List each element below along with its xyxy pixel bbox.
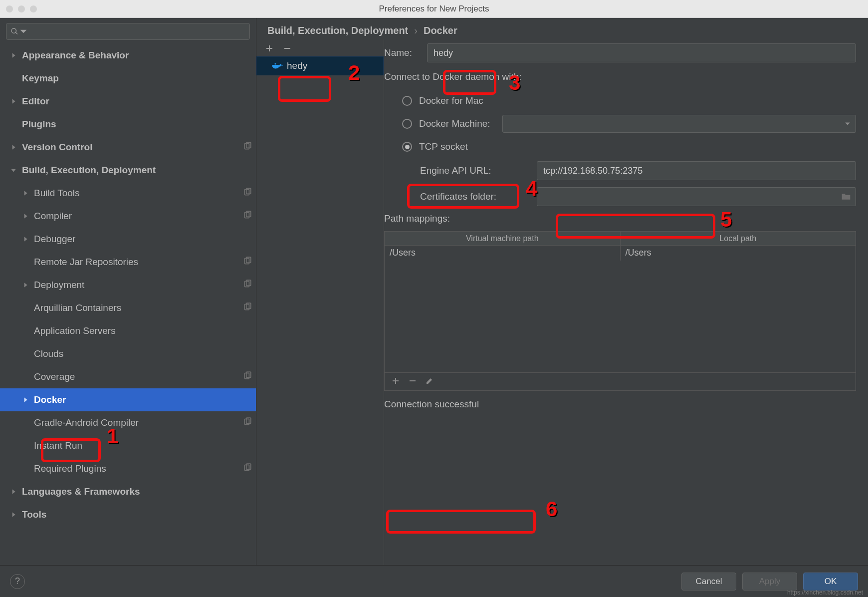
- sidebar-item-tools[interactable]: Tools: [0, 503, 256, 526]
- sidebar-item-appearance-behavior[interactable]: Appearance & Behavior: [0, 44, 256, 67]
- sidebar-item-clouds[interactable]: Clouds: [0, 342, 256, 365]
- name-input[interactable]: hedy: [427, 43, 856, 62]
- sidebar-item-label: Application Servers: [34, 325, 252, 336]
- chevron-right-icon: [10, 52, 17, 59]
- zoom-window-icon[interactable]: [30, 5, 37, 12]
- scope-icon: [243, 188, 252, 199]
- engine-url-label: Engine API URL:: [420, 165, 525, 176]
- watermark: https://xinchen.blog.csdn.net: [787, 589, 863, 596]
- sidebar-item-label: Build Tools: [34, 188, 243, 199]
- chevron-right-icon: [10, 144, 17, 151]
- sidebar-item-label: Instant Run: [34, 440, 252, 451]
- cert-folder-label: Certificates folder:: [420, 191, 525, 202]
- edit-mapping-button[interactable]: [426, 376, 434, 387]
- connection-status: Connection successful: [384, 399, 856, 410]
- radio-docker-machine[interactable]: Docker Machine:: [402, 112, 856, 135]
- sidebar-item-deployment[interactable]: Deployment: [0, 274, 256, 297]
- chevron-right-icon: [10, 98, 17, 105]
- chevron-right-icon: [22, 396, 29, 403]
- radio-icon: [402, 142, 412, 152]
- scope-icon: [243, 211, 252, 222]
- docker-configs-list: hedy: [256, 39, 384, 565]
- scope-icon: [243, 280, 252, 291]
- sidebar-item-label: Plugins: [22, 119, 252, 130]
- chevron-down-icon: [10, 167, 17, 174]
- radio-tcp-socket[interactable]: TCP socket: [402, 135, 856, 158]
- help-button[interactable]: ?: [10, 574, 25, 589]
- sidebar-item-label: Debugger: [34, 234, 252, 245]
- preferences-sidebar: Appearance & BehaviorKeymapEditorPlugins…: [0, 18, 256, 565]
- sidebar-item-version-control[interactable]: Version Control: [0, 136, 256, 159]
- sidebar-item-label: Arquillian Containers: [34, 302, 243, 313]
- sidebar-item-docker[interactable]: Docker: [0, 388, 256, 411]
- traffic-lights: [6, 5, 37, 12]
- engine-url-input[interactable]: tcp://192.168.50.75:2375: [537, 161, 856, 180]
- table-header-local: Local path: [621, 232, 856, 245]
- sidebar-item-label: Build, Execution, Deployment: [22, 165, 252, 176]
- arrow-spacer: [22, 327, 29, 334]
- sidebar-item-keymap[interactable]: Keymap: [0, 67, 256, 90]
- cert-folder-input[interactable]: [537, 187, 856, 206]
- sidebar-item-languages-frameworks[interactable]: Languages & Frameworks: [0, 480, 256, 503]
- cancel-button[interactable]: Cancel: [681, 573, 736, 591]
- minimize-window-icon[interactable]: [18, 5, 25, 12]
- sidebar-item-required-plugins[interactable]: Required Plugins: [0, 457, 256, 480]
- path-mappings-label: Path mappings:: [384, 213, 856, 224]
- radio-docker-for-mac[interactable]: Docker for Mac: [402, 89, 856, 112]
- sidebar-item-coverage[interactable]: Coverage: [0, 365, 256, 388]
- arrow-spacer: [22, 259, 29, 266]
- arrow-spacer: [22, 373, 29, 380]
- sidebar-item-label: Coverage: [34, 371, 243, 382]
- sidebar-item-instant-run[interactable]: Instant Run: [0, 434, 256, 457]
- path-mappings-table: Virtual machine path Local path /Users /…: [384, 231, 856, 391]
- chevron-down-icon: [845, 121, 851, 127]
- folder-icon: [841, 192, 851, 201]
- scope-icon: [243, 302, 252, 314]
- sidebar-item-label: Clouds: [34, 348, 252, 359]
- breadcrumb-current: Docker: [424, 25, 457, 36]
- scope-icon: [243, 463, 252, 475]
- arrow-spacer: [10, 121, 17, 128]
- sidebar-item-editor[interactable]: Editor: [0, 90, 256, 113]
- sidebar-item-debugger[interactable]: Debugger: [0, 228, 256, 251]
- sidebar-item-label: Editor: [22, 96, 252, 107]
- sidebar-item-gradle-android-compiler[interactable]: Gradle-Android Compiler: [0, 411, 256, 434]
- sidebar-item-label: Version Control: [22, 142, 243, 153]
- sidebar-item-label: Appearance & Behavior: [22, 50, 252, 61]
- apply-button[interactable]: Apply: [742, 573, 797, 591]
- sidebar-item-build-execution-deployment[interactable]: Build, Execution, Deployment: [0, 159, 256, 182]
- sidebar-item-application-servers[interactable]: Application Servers: [0, 319, 256, 342]
- sidebar-item-remote-jar-repositories[interactable]: Remote Jar Repositories: [0, 251, 256, 274]
- add-config-button[interactable]: [264, 43, 274, 53]
- breadcrumb: Build, Execution, Deployment › Docker: [256, 18, 868, 39]
- window-title: Preferences for New Projects: [379, 4, 489, 14]
- chevron-down-icon: [19, 27, 27, 35]
- sidebar-item-build-tools[interactable]: Build Tools: [0, 182, 256, 205]
- docker-detail-panel: Name: hedy Connect to Docker daemon with…: [384, 39, 868, 565]
- sidebar-item-plugins[interactable]: Plugins: [0, 113, 256, 136]
- ok-button[interactable]: OK: [803, 573, 858, 591]
- sidebar-item-label: Languages & Frameworks: [22, 486, 252, 497]
- docker-config-item[interactable]: hedy: [256, 56, 384, 75]
- arrow-spacer: [10, 75, 17, 82]
- add-mapping-button[interactable]: [392, 376, 400, 387]
- sidebar-item-label: Docker: [34, 394, 252, 405]
- close-window-icon[interactable]: [6, 5, 13, 12]
- sidebar-item-label: Gradle-Android Compiler: [34, 417, 243, 428]
- sidebar-item-arquillian-containers[interactable]: Arquillian Containers: [0, 297, 256, 319]
- dialog-footer: ? Cancel Apply OK https://xinchen.blog.c…: [0, 565, 868, 597]
- browse-folder-button[interactable]: [839, 187, 854, 206]
- sidebar-item-label: Deployment: [34, 280, 243, 291]
- docker-machine-select[interactable]: [502, 115, 856, 133]
- scope-icon: [243, 142, 252, 153]
- radio-icon: [402, 96, 412, 106]
- sidebar-item-label: Compiler: [34, 211, 243, 222]
- table-row[interactable]: /Users /Users: [385, 246, 856, 261]
- svg-rect-21: [275, 63, 276, 65]
- remove-mapping-button[interactable]: [409, 376, 417, 387]
- sidebar-item-compiler[interactable]: Compiler: [0, 205, 256, 228]
- search-input[interactable]: [6, 23, 250, 40]
- remove-config-button[interactable]: [282, 43, 292, 53]
- chevron-right-icon: [22, 282, 29, 289]
- sidebar-item-label: Keymap: [22, 73, 252, 84]
